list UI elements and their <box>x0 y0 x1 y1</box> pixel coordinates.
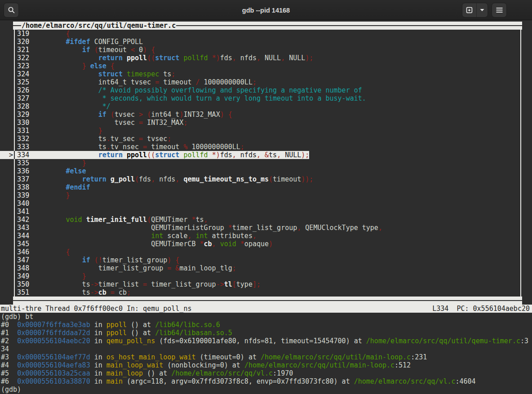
source-line: 351 ts->cb = cb; <box>0 288 532 297</box>
source-line: 337 return g_poll(fds, nfds, qemu_timeou… <box>0 175 532 183</box>
source-line: 350 ts->timer_list = timer_list_group->t… <box>0 280 532 288</box>
source-line: 336 #else <box>0 167 532 175</box>
source-window-bottom-border <box>13 297 522 305</box>
border-line <box>13 25 21 26</box>
search-icon <box>8 6 15 14</box>
source-line: 322 return ppoll((struct pollfd *)fds, n… <box>0 54 532 62</box>
console-line: #2 0x0000556104aebc20 in qemu_poll_ns (f… <box>0 337 532 345</box>
source-line-current: > 334 return ppoll((struct pollfd *)fds,… <box>0 151 532 159</box>
status-line-pc: L334 PC: 0x556104aebc20 <box>432 305 530 313</box>
source-line: 325 int64_t tvsec = timeout / 1000000000… <box>0 78 532 86</box>
headerbar: gdb --pid 14168 <box>0 0 532 20</box>
console-line: #1 0x00007f6ffddaa72d in ppoll () at /li… <box>0 329 532 337</box>
console-line: #4 0x0000556104aefa83 in main_loop_wait … <box>0 361 532 369</box>
source-window-top-border: /home/elmarco/src/qq/util/qemu-timer.c <box>13 22 522 30</box>
source-line: 321 if (timeout < 0) { <box>0 46 532 54</box>
console-line: #3 0x0000556104aef77d in os_host_main_lo… <box>0 353 532 361</box>
source-line: 349 } <box>0 272 532 280</box>
console-line: #0 0x00007f6ffaa3e3ab in ppoll () at /li… <box>0 321 532 329</box>
source-line: 346 { <box>0 248 532 256</box>
source-line: 332 ts.tv_sec = tvsec; <box>0 135 532 143</box>
source-line: 341 <box>0 208 532 216</box>
console-line: 34 <box>0 345 532 353</box>
gdb-console: (gdb) bt#0 0x00007f6ffaa3e3ab in ppoll (… <box>0 313 532 394</box>
console-line: #6 0x0000556103a38870 in main (argc=118,… <box>0 377 532 385</box>
terminal: /home/elmarco/src/qq/util/qemu-timer.c 3… <box>0 20 532 394</box>
source-line: 347 if (!timer_list_group) { <box>0 256 532 264</box>
source-line: 324 struct timespec ts; <box>0 70 532 78</box>
source-line: 333 ts.tv_nsec = timeout % 1000000000LL; <box>0 143 532 151</box>
gdb-prompt-line[interactable]: (gdb) <box>0 385 532 394</box>
source-line: 345 QEMUTimerCB *cb, void *opaque) <box>0 240 532 248</box>
source-line: 344 int scale, int attributes, <box>0 232 532 240</box>
status-pc: PC: 0x556104aebc20 <box>457 305 530 313</box>
source-line: 329 if (tvsec > (int64_t)INT32_MAX) { <box>0 111 532 119</box>
console-line: (gdb) bt <box>0 313 532 321</box>
hamburger-menu-icon <box>496 7 503 13</box>
source-line: 339 } <box>0 191 532 199</box>
source-line: 320 #ifdef CONFIG_PPOLL <box>0 38 532 46</box>
console-line: #5 0x0000556103a25caa in main_loop () at… <box>0 369 532 377</box>
source-line: 335 } <box>0 159 532 167</box>
source-line: 331 } <box>0 127 532 135</box>
source-line: 342 void timer_init_full(QEMUTimer *ts, <box>0 216 532 224</box>
menu-button[interactable] <box>492 3 507 18</box>
source-line: 348 timer_list_group = &main_loop_tlg; <box>0 264 532 272</box>
source-line: 330 tvsec = INT32_MAX; <box>0 119 532 127</box>
source-lines: 319 { 320 #ifdef CONFIG_PPOLL 321 if (ti… <box>0 30 532 297</box>
source-line: 326 /* Avoid possibly overflowing and sp… <box>0 86 532 94</box>
source-line: 319 { <box>0 30 532 38</box>
status-thread-info: multi-thre Thread 0x7f6ff00ec0 In: qemu_… <box>1 305 191 313</box>
window-title: gdb --pid 14168 <box>0 0 532 20</box>
chevron-down-icon <box>480 9 484 12</box>
search-button[interactable] <box>4 3 19 18</box>
new-tab-button[interactable] <box>462 3 477 17</box>
source-line: 343 QEMUTimerListGroup *timer_list_group… <box>0 224 532 232</box>
source-line: 323 } else { <box>0 62 532 70</box>
new-terminal-dropdown-button[interactable] <box>477 3 488 17</box>
border-line <box>176 25 522 26</box>
source-file-title: /home/elmarco/src/qq/util/qemu-timer.c <box>21 22 176 30</box>
source-line: 327 * seconds, which would turn a very l… <box>0 94 532 102</box>
status-gap <box>448 305 457 313</box>
source-line: 328 */ <box>0 102 532 111</box>
source-line: 338 #endif <box>0 183 532 191</box>
gdb-status-bar: multi-thre Thread 0x7f6ff00ec0 In: qemu_… <box>0 305 532 313</box>
border-line <box>13 300 522 301</box>
source-line: 340 <box>0 199 532 208</box>
new-tab-icon <box>466 6 473 14</box>
status-line-number: L334 <box>432 305 448 313</box>
new-terminal-split-button <box>462 3 488 18</box>
